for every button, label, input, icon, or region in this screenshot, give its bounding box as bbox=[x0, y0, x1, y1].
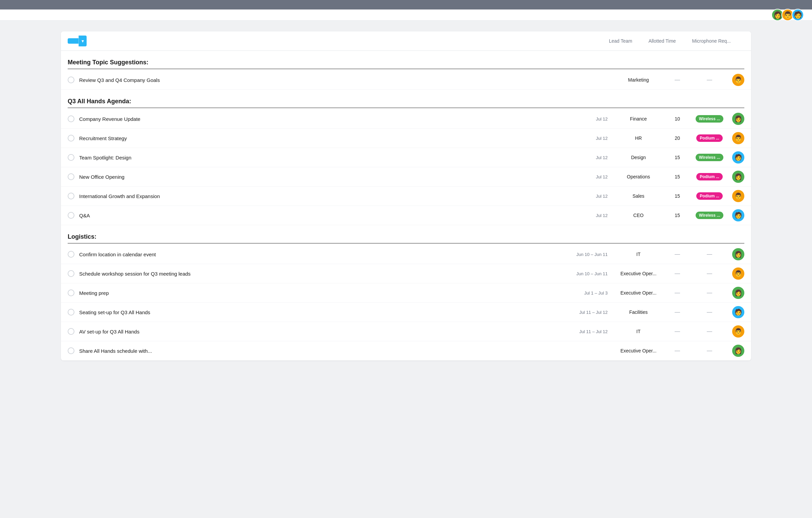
task-checkbox[interactable] bbox=[68, 115, 74, 122]
task-name: Company Revenue Update bbox=[79, 116, 567, 122]
section-divider bbox=[68, 243, 744, 243]
task-lead: Finance bbox=[613, 116, 664, 122]
task-lead: CEO bbox=[613, 213, 664, 218]
add-task-btn-group: ▾ bbox=[68, 36, 87, 46]
task-checkbox[interactable] bbox=[68, 328, 74, 335]
mic-badge[interactable]: Wireless ... bbox=[696, 154, 724, 161]
mic-badge[interactable]: Wireless ... bbox=[696, 115, 724, 123]
task-avatar: 👨 bbox=[732, 325, 744, 338]
task-lead: Marketing bbox=[613, 77, 664, 83]
task-row: New Office OpeningJul 12Operations15Podi… bbox=[61, 167, 751, 187]
task-checkbox[interactable] bbox=[68, 289, 74, 296]
task-checkbox[interactable] bbox=[68, 212, 74, 219]
task-time: 15 bbox=[664, 193, 691, 199]
task-mic: — bbox=[691, 251, 728, 257]
task-lead: IT bbox=[613, 252, 664, 257]
mic-badge[interactable]: Wireless ... bbox=[696, 212, 724, 219]
task-row: Review Q3 and Q4 Company GoalsMarketing—… bbox=[61, 70, 751, 90]
task-avatar: 👨 bbox=[732, 267, 744, 280]
task-mic: — bbox=[691, 309, 728, 315]
task-date: Jul 1 – Jul 3 bbox=[567, 290, 608, 296]
task-avatar: 🧑 bbox=[732, 151, 744, 164]
task-date: Jul 12 bbox=[567, 174, 608, 179]
section-header-logistics: Logistics: bbox=[61, 225, 751, 243]
section-header-q3-all-hands-agenda: Q3 All Hands Agenda: bbox=[61, 90, 751, 108]
task-checkbox[interactable] bbox=[68, 193, 74, 199]
task-lead: Facilities bbox=[613, 309, 664, 315]
task-date: Jul 12 bbox=[567, 116, 608, 122]
task-time: 15 bbox=[664, 155, 691, 160]
task-avatar: 👩 bbox=[732, 248, 744, 260]
mic-badge[interactable]: Podium ... bbox=[696, 192, 722, 200]
task-container: ▾ Lead TeamAllotted TimeMicrophone Req..… bbox=[61, 31, 751, 361]
task-mic: — bbox=[691, 271, 728, 277]
task-name: AV set-up for Q3 All Hands bbox=[79, 329, 567, 334]
task-mic: Podium ... bbox=[691, 192, 728, 200]
section-divider bbox=[68, 108, 744, 108]
toolbar-column-microphone-req: Microphone Req... bbox=[692, 38, 731, 44]
top-bar bbox=[0, 0, 812, 9]
task-lead: Executive Oper... bbox=[613, 271, 664, 276]
task-time: — bbox=[664, 77, 691, 83]
task-date: Jul 11 – Jul 12 bbox=[567, 310, 608, 315]
section-divider bbox=[68, 69, 744, 69]
task-name: Seating set-up for Q3 All Hands bbox=[79, 309, 567, 315]
task-time: — bbox=[664, 328, 691, 334]
task-lead: Executive Oper... bbox=[613, 348, 664, 353]
task-lead: HR bbox=[613, 135, 664, 141]
mic-badge[interactable]: Podium ... bbox=[696, 173, 722, 180]
task-row: Schedule workshop session for Q3 meeting… bbox=[61, 264, 751, 283]
task-avatar: 👩 bbox=[732, 345, 744, 357]
task-mic: — bbox=[691, 328, 728, 334]
task-row: Share All Hands schedule with...Executiv… bbox=[61, 341, 751, 361]
task-mic: — bbox=[691, 77, 728, 83]
task-mic: Podium ... bbox=[691, 173, 728, 180]
task-lead: Sales bbox=[613, 193, 664, 199]
task-checkbox[interactable] bbox=[68, 154, 74, 161]
task-name: International Growth and Expansion bbox=[79, 193, 567, 199]
task-checkbox[interactable] bbox=[68, 270, 74, 277]
task-mic: Wireless ... bbox=[691, 212, 728, 219]
mic-badge[interactable]: Podium ... bbox=[696, 134, 722, 142]
task-name: Share All Hands schedule with... bbox=[79, 348, 567, 354]
task-time: — bbox=[664, 290, 691, 296]
add-task-dropdown-button[interactable]: ▾ bbox=[78, 36, 87, 46]
task-checkbox[interactable] bbox=[68, 173, 74, 180]
main-content: ▾ Lead TeamAllotted TimeMicrophone Req..… bbox=[0, 21, 812, 371]
task-date: Jun 10 – Jun 11 bbox=[567, 252, 608, 257]
task-time: 15 bbox=[664, 213, 691, 218]
task-date: Jun 10 – Jun 11 bbox=[567, 271, 608, 276]
task-date: Jul 12 bbox=[567, 155, 608, 160]
task-row: Recruitment StrategyJul 12HR20Podium ...… bbox=[61, 129, 751, 148]
sections-container: Meeting Topic Suggestions:Review Q3 and … bbox=[61, 51, 751, 361]
section-header-meeting-topic-suggestions: Meeting Topic Suggestions: bbox=[61, 51, 751, 69]
task-row: Confirm location in calendar eventJun 10… bbox=[61, 245, 751, 264]
task-row: Q&AJul 12CEO15Wireless ...🧑 bbox=[61, 206, 751, 225]
task-name: Q&A bbox=[79, 213, 567, 218]
task-checkbox[interactable] bbox=[68, 251, 74, 258]
header-avatars: 👩👨🧑 bbox=[771, 9, 804, 21]
task-date: Jul 12 bbox=[567, 213, 608, 218]
section-title: Logistics: bbox=[68, 233, 744, 240]
task-time: — bbox=[664, 309, 691, 315]
task-mic: — bbox=[691, 348, 728, 354]
task-avatar: 👩 bbox=[732, 113, 744, 125]
task-row: International Growth and ExpansionJul 12… bbox=[61, 187, 751, 206]
task-checkbox[interactable] bbox=[68, 347, 74, 354]
task-avatar: 🧑 bbox=[732, 209, 744, 221]
task-time: — bbox=[664, 251, 691, 257]
task-lead: Operations bbox=[613, 174, 664, 179]
task-time: — bbox=[664, 271, 691, 277]
task-row: AV set-up for Q3 All HandsJul 11 – Jul 1… bbox=[61, 322, 751, 341]
task-checkbox[interactable] bbox=[68, 135, 74, 142]
task-name: Team Spotlight: Design bbox=[79, 155, 567, 160]
task-lead: Executive Oper... bbox=[613, 290, 664, 296]
task-date: Jul 11 – Jul 12 bbox=[567, 329, 608, 334]
add-task-button[interactable] bbox=[68, 38, 78, 44]
task-mic: Wireless ... bbox=[691, 154, 728, 161]
task-row: Team Spotlight: DesignJul 12Design15Wire… bbox=[61, 148, 751, 167]
toolbar-columns: Lead TeamAllotted TimeMicrophone Req... bbox=[609, 38, 731, 44]
task-checkbox[interactable] bbox=[68, 309, 74, 316]
task-time: 15 bbox=[664, 174, 691, 179]
task-checkbox[interactable] bbox=[68, 77, 74, 83]
